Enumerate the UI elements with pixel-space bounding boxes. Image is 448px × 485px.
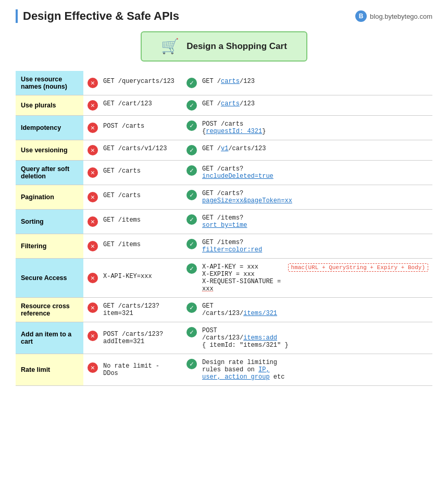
good-example: ✓POST/carts/123/items:add{ itemId: "item… [182,322,432,354]
bad-icon: ✕ [88,302,98,313]
table-row: Resource cross reference✕GET /carts/123?… [16,298,432,322]
row-label: Filtering [16,234,83,259]
row-label: Query after soft deletion [16,161,83,185]
good-icon: ✓ [186,327,197,337]
good-example: ✓GET /items?sort_by=time [182,210,432,234]
good-icon: ✓ [186,263,197,274]
good-example: ✓GET /items?filter=color:red [182,234,432,259]
good-icon: ✓ [186,239,197,249]
row-label: Use resource names (nouns) [16,71,83,95]
good-icon: ✓ [186,165,197,176]
table-row: Sorting✕GET /items✓GET /items?sort_by=ti… [16,210,432,234]
good-example: ✓X-API-KEY = xxxX-EXPIRY = xxxX-REQUEST-… [182,259,432,298]
table-row: Query after soft deletion✕GET /carts✓GET… [16,161,432,185]
cart-icon: 🛒 [161,38,179,55]
bad-icon: ✕ [88,192,98,202]
good-icon: ✓ [186,145,197,155]
bad-example: ✕POST /carts [83,116,182,140]
bad-icon: ✕ [88,241,98,251]
bad-example: ✕GET /items [83,234,182,259]
bad-icon: ✕ [88,273,98,283]
good-icon: ✓ [186,214,197,225]
good-icon: ✓ [186,359,197,369]
bad-icon: ✕ [88,216,98,227]
site-url: blog.bytebytego.com [370,13,432,20]
row-label: Pagination [16,185,83,210]
page-header: Design Effective & Safe APIs B blog.byte… [16,9,432,23]
good-icon: ✓ [186,302,197,313]
table-row: Use plurals✕GET /cart/123✓GET /carts/123 [16,95,432,116]
good-example: ✓GET /v1/carts/123 [182,140,432,161]
table-row: Idempotency✕POST /carts✓POST /carts{requ… [16,116,432,140]
site-logo: B [355,10,367,22]
bad-example: ✕GET /querycarts/123 [83,71,182,95]
bad-icon: ✕ [88,100,98,111]
row-label: Rate limit [16,354,83,386]
good-icon: ✓ [186,100,197,111]
good-example: ✓GET /carts?includeDeleted=true [182,161,432,185]
banner: 🛒 Design a Shopping Cart [141,31,307,62]
bad-example: ✕GET /items [83,210,182,234]
good-example: ✓GET /carts/123 [182,95,432,116]
good-icon: ✓ [186,190,197,200]
bad-example: ✕GET /carts [83,185,182,210]
table-row: Pagination✕GET /carts✓GET /carts?pageSiz… [16,185,432,210]
table-row: Rate limit✕No rate limit -DDos✓Design ra… [16,354,432,386]
good-icon: ✓ [186,78,197,88]
good-example: ✓GET /carts/123 [182,71,432,95]
api-table: Use resource names (nouns)✕GET /querycar… [16,71,432,386]
bad-example: ✕GET /carts/123?item=321 [83,298,182,322]
bad-example: ✕No rate limit -DDos [83,354,182,386]
bad-icon: ✕ [88,123,98,133]
good-example: ✓GET/carts/123/items/321 [182,298,432,322]
bad-example: ✕GET /cart/123 [83,95,182,116]
table-row: Use resource names (nouns)✕GET /querycar… [16,71,432,95]
bad-icon: ✕ [88,331,98,341]
table-row: Add an item to a cart✕POST /carts/123?ad… [16,322,432,354]
bad-icon: ✕ [88,145,98,155]
page-title: Design Effective & Safe APIs [23,9,179,23]
table-row: Secure Access✕X-API-KEY=xxx✓X-API-KEY = … [16,259,432,298]
good-icon: ✓ [186,120,197,131]
page: Design Effective & Safe APIs B blog.byte… [0,0,448,395]
good-example: ✓GET /carts?pageSize=xx&pageToken=xx [182,185,432,210]
bad-example: ✕GET /carts/v1/123 [83,140,182,161]
row-label: Idempotency [16,116,83,140]
table-row: Filtering✕GET /items✓GET /items?filter=c… [16,234,432,259]
row-label: Secure Access [16,259,83,298]
row-label: Sorting [16,210,83,234]
good-example: ✓Design rate limitingrules based on IP,u… [182,354,432,386]
banner-text: Design a Shopping Cart [186,41,287,52]
row-label: Use plurals [16,95,83,116]
bad-icon: ✕ [88,362,98,373]
bad-example: ✕GET /carts [83,161,182,185]
bad-example: ✕POST /carts/123?addItem=321 [83,322,182,354]
site-info: B blog.bytebytego.com [355,10,432,22]
row-label: Resource cross reference [16,298,83,322]
row-label: Add an item to a cart [16,322,83,354]
bad-icon: ✕ [88,78,98,88]
bad-icon: ✕ [88,167,98,178]
hmac-note: hmac(URL + QueryString + Expiry + Body) [288,263,428,272]
table-row: Use versioning✕GET /carts/v1/123✓GET /v1… [16,140,432,161]
row-label: Use versioning [16,140,83,161]
good-example: ✓POST /carts{requestId: 4321} [182,116,432,140]
bad-example: ✕X-API-KEY=xxx [83,259,182,298]
